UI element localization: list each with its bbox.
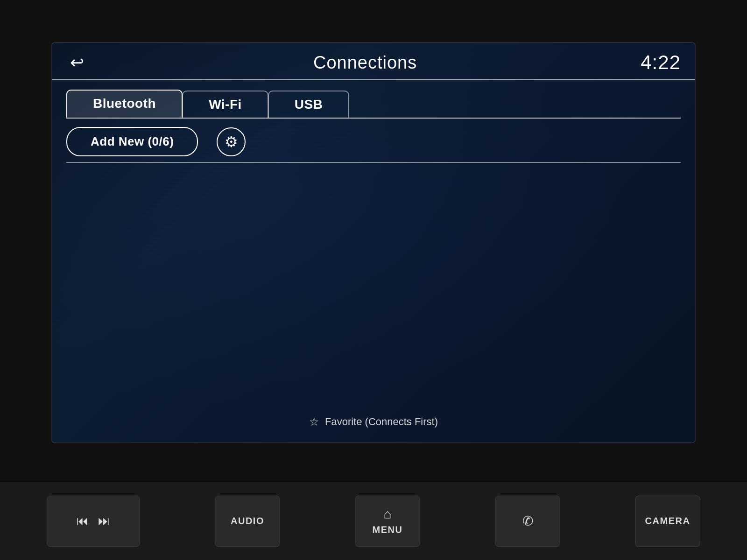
tab-wifi[interactable]: Wi-Fi — [182, 91, 268, 118]
gear-icon: ⚙ — [225, 133, 238, 151]
favorite-hint: ☆ Favorite (Connects First) — [309, 415, 438, 428]
clock-display: 4:22 — [641, 51, 681, 74]
next-track-icon: ⏭ — [98, 514, 110, 528]
settings-button[interactable]: ⚙ — [217, 127, 246, 156]
phone-icon: ✆ — [522, 513, 533, 529]
phone-button[interactable]: ✆ — [495, 496, 560, 547]
tab-bluetooth[interactable]: Bluetooth — [66, 90, 183, 118]
camera-button-label: CAMERA — [645, 516, 691, 526]
menu-button-label: MENU — [373, 525, 403, 535]
audio-button[interactable]: AUDIO — [215, 496, 280, 547]
home-icon: ⌂ — [384, 507, 392, 522]
back-button[interactable]: ↩ — [64, 52, 90, 73]
favorite-hint-text: Favorite (Connects First) — [325, 416, 438, 428]
star-icon: ☆ — [309, 415, 319, 428]
camera-button[interactable]: CAMERA — [635, 496, 700, 547]
header: ↩ Connections 4:22 — [52, 43, 695, 80]
screen-container: ↩ Connections 4:22 Bluetooth Wi-Fi USB — [0, 0, 747, 481]
infotainment-screen: ↩ Connections 4:22 Bluetooth Wi-Fi USB — [51, 42, 696, 443]
add-new-button[interactable]: Add New (0/6) — [66, 127, 198, 156]
page-title: Connections — [313, 53, 417, 73]
audio-button-label: AUDIO — [231, 516, 264, 526]
prev-track-icon: ⏮ — [77, 514, 89, 528]
menu-button[interactable]: ⌂ MENU — [355, 496, 420, 547]
back-arrow-icon: ↩ — [70, 54, 84, 71]
device-list-area: ☆ Favorite (Connects First) — [52, 163, 695, 442]
tab-usb[interactable]: USB — [268, 91, 350, 118]
controls-row: Add New (0/6) ⚙ — [52, 119, 695, 162]
hardware-buttons-bar: ⏮ ⏭ AUDIO ⌂ MENU ✆ CAMERA — [0, 481, 747, 560]
tab-bar: Bluetooth Wi-Fi USB — [52, 80, 695, 118]
media-controls-button[interactable]: ⏮ ⏭ — [47, 496, 140, 547]
